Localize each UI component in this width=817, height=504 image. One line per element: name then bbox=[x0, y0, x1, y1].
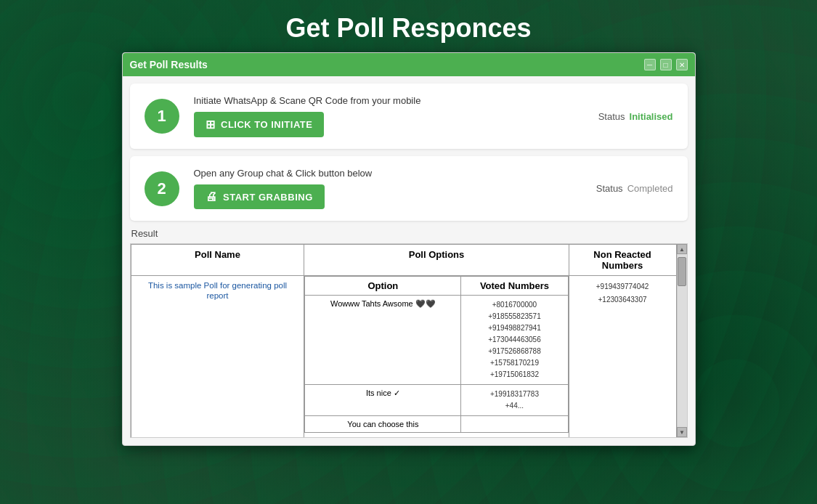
you-choose-text: You choose bbox=[304, 433, 568, 437]
window-controls: ─ □ ✕ bbox=[644, 59, 688, 70]
app-window: Get Poll Results ─ □ ✕ 1 Initiate WhatsA… bbox=[122, 52, 696, 446]
step2-status-value: Completed bbox=[627, 183, 673, 194]
maximize-button[interactable]: □ bbox=[660, 59, 672, 70]
option-header: Option bbox=[305, 277, 461, 296]
window-body: 1 Initiate WhatsApp & Scane QR Code from… bbox=[123, 76, 695, 445]
step1-number: 1 bbox=[145, 99, 179, 134]
option-3-label: You can choose this bbox=[305, 416, 461, 433]
option-1-numbers: +8016700000+918555823571+919498827941+17… bbox=[466, 299, 563, 381]
step2-content: Open any Group chat & Click button below… bbox=[194, 168, 582, 209]
poll-name-text: This is sample Poll for generating poll … bbox=[148, 281, 287, 300]
click-to-initiate-button[interactable]: ⊞ CLICK TO INITIATE bbox=[194, 112, 325, 137]
step2-status: Status Completed bbox=[596, 183, 673, 194]
result-table: Poll Name Poll Options Non Reacted Numbe… bbox=[131, 244, 677, 437]
scrollbar-thumb[interactable] bbox=[678, 257, 686, 286]
step2-instruction: Open any Group chat & Click button below bbox=[194, 168, 582, 179]
poll-options-inner-table: Option Voted Numbers Wowww Tahts Awsome … bbox=[304, 276, 568, 433]
scrollbar-up-arrow[interactable]: ▲ bbox=[677, 244, 687, 254]
non-reacted-header: Non Reacted Numbers bbox=[569, 245, 676, 276]
result-section: Result Poll Name Poll Options Non Reacte… bbox=[130, 228, 688, 438]
step2-number: 2 bbox=[145, 171, 179, 206]
non-reacted-numbers: +919439774042+12303643307 bbox=[575, 280, 670, 306]
page-title: Get Poll Responces bbox=[0, 0, 817, 52]
close-button[interactable]: ✕ bbox=[676, 59, 688, 70]
poll-name-cell: This is sample Poll for generating poll … bbox=[131, 276, 304, 438]
option-1-label: Wowww Tahts Awsome 🖤🖤 bbox=[305, 296, 461, 385]
option-2-label: Its nice ✓ bbox=[305, 385, 461, 416]
option-3-voted bbox=[461, 416, 568, 433]
step1-content: Initiate WhatsApp & Scane QR Code from y… bbox=[194, 95, 584, 137]
non-reacted-cell: +919439774042+12303643307 bbox=[569, 276, 676, 438]
option-row-1: Wowww Tahts Awsome 🖤🖤 +8016700000+918555… bbox=[305, 296, 568, 385]
step1-status: Status Initialised bbox=[598, 111, 673, 122]
scrollbar-track: ▲ ▼ bbox=[677, 244, 687, 437]
step1-instruction: Initiate WhatsApp & Scane QR Code from y… bbox=[194, 95, 584, 106]
initiate-button-label: CLICK TO INITIATE bbox=[221, 119, 312, 130]
start-grabbing-button[interactable]: 🖨 START GRABBING bbox=[194, 184, 325, 209]
poll-options-cell: Option Voted Numbers Wowww Tahts Awsome … bbox=[304, 276, 569, 438]
step1-status-label: Status bbox=[598, 111, 625, 122]
scrollbar-down-arrow[interactable]: ▼ bbox=[677, 427, 687, 437]
option-2-voted: +19918317783+44... bbox=[461, 385, 568, 416]
table-row: This is sample Poll for generating poll … bbox=[131, 276, 676, 438]
step1-card: 1 Initiate WhatsApp & Scane QR Code from… bbox=[130, 84, 688, 149]
voted-header: Voted Numbers bbox=[461, 277, 568, 296]
initiate-icon: ⊞ bbox=[206, 118, 216, 131]
option-row-2: Its nice ✓ +19918317783+44... bbox=[305, 385, 568, 416]
option-1-voted: +8016700000+918555823571+919498827941+17… bbox=[461, 296, 568, 385]
poll-options-header: Poll Options bbox=[304, 245, 569, 276]
grabbing-button-label: START GRABBING bbox=[223, 192, 313, 203]
result-table-scroll[interactable]: Poll Name Poll Options Non Reacted Numbe… bbox=[131, 244, 677, 437]
minimize-button[interactable]: ─ bbox=[644, 59, 656, 70]
step1-status-value: Initialised bbox=[630, 111, 673, 122]
step2-card: 2 Open any Group chat & Click button bel… bbox=[130, 156, 688, 221]
window-titlebar: Get Poll Results ─ □ ✕ bbox=[123, 53, 695, 76]
poll-name-header: Poll Name bbox=[131, 245, 304, 276]
result-table-container: Poll Name Poll Options Non Reacted Numbe… bbox=[130, 243, 688, 438]
result-label: Result bbox=[130, 228, 688, 239]
option-2-numbers: +19918317783+44... bbox=[466, 389, 563, 412]
step2-status-label: Status bbox=[596, 183, 623, 194]
option-row-3: You can choose this bbox=[305, 416, 568, 433]
window-title: Get Poll Results bbox=[130, 59, 208, 70]
grabbing-icon: 🖨 bbox=[206, 190, 218, 203]
